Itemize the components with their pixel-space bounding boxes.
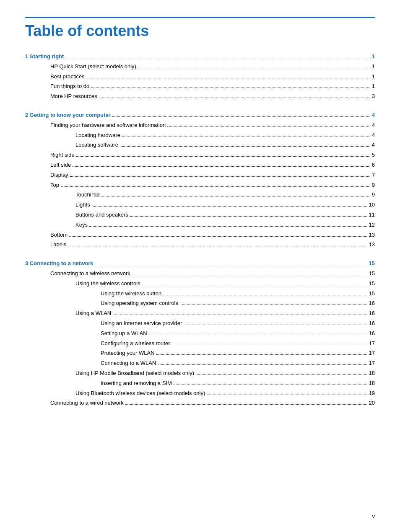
toc-entry: Left side6	[25, 161, 375, 170]
toc-entry-page: 16	[369, 329, 375, 338]
toc-entry: Connecting to a wireless network15	[25, 269, 375, 278]
toc-entry-page: 9	[372, 181, 375, 190]
toc-entry: Using an Internet service provider16	[25, 319, 375, 328]
toc-entry-text: Configuring a wireless router	[25, 339, 170, 348]
toc-entry-page: 1	[372, 82, 375, 91]
toc-entry-page: 11	[369, 211, 375, 220]
toc-entry-page: 6	[372, 161, 375, 170]
toc-entry-dots	[86, 78, 370, 78]
toc-entry: Fun things to do1	[25, 82, 375, 91]
toc-entry: Buttons and speakers11	[25, 211, 375, 220]
toc-entry-dots	[130, 216, 367, 217]
toc-entry-dots	[156, 354, 367, 355]
toc-entry-page: 4	[372, 131, 375, 140]
toc-entry: Configuring a wireless router17	[25, 339, 375, 348]
toc-entry-page: 16	[369, 319, 375, 328]
toc-entry-dots	[95, 265, 367, 265]
toc-entry-dots	[180, 305, 367, 305]
toc-entry-page: 4	[372, 111, 375, 120]
toc-entry-text: 3 Connecting to a network	[25, 259, 94, 268]
toc-entry-text: 2 Getting to know your computer	[25, 111, 111, 120]
toc-entry-dots	[76, 156, 370, 157]
toc-entry-text: Left side	[25, 161, 71, 170]
toc-entry-text: Keys	[25, 221, 88, 230]
toc-entry-page: 5	[372, 151, 375, 160]
toc-entry-dots	[163, 295, 367, 295]
toc-entry-text: Inserting and removing a SIM	[25, 379, 172, 388]
toc-entry-page: 17	[369, 359, 375, 368]
toc-entry-text: Fun things to do	[25, 82, 89, 91]
toc-entry-text: 1 Starting right	[25, 52, 64, 61]
toc-entry-page: 7	[372, 171, 375, 180]
toc-entry-page: 12	[369, 221, 375, 230]
toc-entry: Locating hardware4	[25, 131, 375, 140]
toc-entry: Locating software4	[25, 141, 375, 150]
page-footer: v	[372, 513, 375, 519]
toc-entry: Labels13	[25, 240, 375, 249]
toc-entry: Protecting your WLAN17	[25, 349, 375, 358]
toc-entry-page: 10	[369, 201, 375, 209]
toc-entry-text: Display	[25, 171, 68, 180]
toc-entry-text: Right side	[25, 151, 75, 160]
toc-entry-dots	[120, 146, 370, 147]
toc-entry-text: Protecting your WLAN	[25, 349, 155, 358]
toc-entry-dots	[99, 98, 370, 98]
toc-entry-dots	[73, 166, 370, 167]
toc-entry: 3 Connecting to a network15	[25, 259, 375, 268]
toc-entry: Inserting and removing a SIM18	[25, 379, 375, 388]
toc-entry-page: 3	[372, 92, 375, 101]
toc-entry-text: Using the wireless button	[25, 289, 161, 298]
toc-entry-page: 13	[369, 240, 375, 249]
toc-entry-text: Top	[25, 181, 59, 190]
toc-entry-dots	[92, 206, 367, 207]
toc-entry-dots	[132, 275, 367, 275]
toc-entry-text: Locating software	[25, 141, 118, 150]
toc-entry-text: Buttons and speakers	[25, 211, 128, 220]
toc-entry: Display7	[25, 171, 375, 180]
toc-entry-page: 18	[369, 369, 375, 378]
toc-entry-text: Using Bluetooth wireless devices (select…	[25, 389, 205, 398]
toc-entry-dots	[122, 137, 370, 137]
page-title: Table of contents	[25, 22, 375, 40]
toc-entry-page: 16	[369, 309, 375, 318]
toc-entry-text: Using a WLAN	[25, 309, 111, 318]
toc-entry-dots	[61, 186, 370, 187]
toc-entry-page: 15	[369, 289, 375, 298]
toc-container: 1 Starting right1HP Quick Start (select …	[25, 52, 375, 408]
toc-section-3: 3 Connecting to a network15Connecting to…	[25, 259, 375, 408]
toc-entry-page: 18	[369, 379, 375, 388]
toc-entry-text: Using an Internet service provider	[25, 319, 182, 328]
toc-entry-text: Using the wireless controls	[25, 279, 140, 288]
toc-entry-page: 1	[372, 52, 375, 61]
toc-entry-dots	[207, 395, 367, 395]
toc-entry: Lights10	[25, 201, 375, 209]
toc-entry: Using operating system controls16	[25, 299, 375, 308]
toc-entry: 2 Getting to know your computer4	[25, 111, 375, 120]
toc-entry-text: Lights	[25, 201, 90, 209]
toc-entry: Keys12	[25, 221, 375, 230]
toc-entry: Bottom13	[25, 231, 375, 240]
toc-entry: More HP resources3	[25, 92, 375, 101]
toc-entry-text: Finding your hardware and software infor…	[25, 121, 166, 130]
toc-entry-text: Connecting to a wired network	[25, 399, 124, 408]
toc-entry-page: 20	[369, 399, 375, 408]
toc-entry-text: Connecting to a WLAN	[25, 359, 156, 368]
toc-entry: Best practices1	[25, 72, 375, 81]
toc-entry-dots	[68, 246, 367, 246]
toc-entry-dots	[171, 345, 367, 345]
toc-entry-dots	[167, 127, 370, 127]
toc-entry-text: More HP resources	[25, 92, 97, 101]
toc-entry-dots	[142, 285, 367, 285]
toc-entry: TouchPad9	[25, 191, 375, 199]
toc-entry-text: Locating hardware	[25, 131, 120, 140]
toc-entry-page: 15	[369, 279, 375, 288]
toc-entry-text: Bottom	[25, 231, 68, 240]
toc-entry-dots	[138, 68, 370, 68]
toc-entry-dots	[89, 226, 367, 227]
toc-entry-dots	[125, 404, 367, 405]
toc-entry: Top9	[25, 181, 375, 190]
toc-entry-dots	[113, 315, 367, 315]
toc-entry-page: 15	[369, 269, 375, 278]
toc-entry: Using the wireless controls15	[25, 279, 375, 288]
toc-entry-text: TouchPad	[25, 191, 100, 199]
